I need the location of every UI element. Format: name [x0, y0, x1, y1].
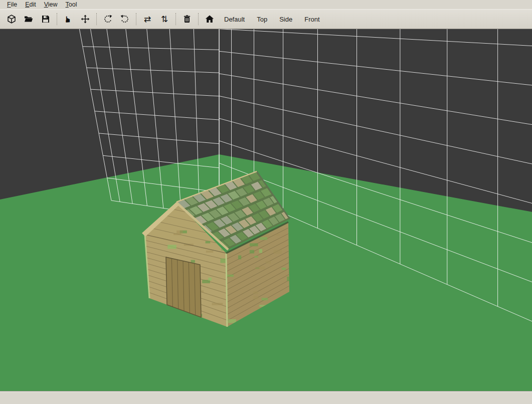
toolbar-separator — [198, 13, 199, 25]
menu-item-view[interactable]: View — [40, 1, 62, 9]
status-bar — [0, 391, 532, 404]
home-view-button[interactable] — [202, 12, 217, 27]
view-default-button[interactable]: Default — [219, 12, 250, 27]
floppy-disk-icon — [41, 14, 51, 24]
menu-item-tool[interactable]: Tool — [62, 1, 81, 9]
hand-pointer-icon: ☛ — [64, 15, 73, 23]
move-arrows-icon — [80, 14, 90, 24]
save-button[interactable] — [38, 12, 53, 27]
trash-icon — [182, 14, 192, 24]
delete-button[interactable] — [180, 12, 195, 27]
open-button[interactable] — [21, 12, 36, 27]
cube-icon — [7, 14, 17, 24]
open-folder-icon — [24, 14, 34, 24]
view-top-button[interactable]: Top — [252, 12, 272, 27]
move-button[interactable] — [78, 12, 93, 27]
app-window: File Edit View Tool — [0, 0, 532, 404]
flip-vertical-button[interactable]: ⇅ — [157, 12, 172, 27]
menu-item-edit[interactable]: Edit — [21, 1, 40, 9]
new-model-button[interactable] — [4, 12, 19, 27]
toolbar: ☛ ⇄ ⇅ — [0, 9, 532, 29]
menu-item-file[interactable]: File — [3, 1, 21, 9]
view-front-button[interactable]: Front — [299, 12, 324, 27]
viewport-3d[interactable] — [0, 29, 532, 391]
vertical-arrows-icon: ⇅ — [161, 15, 168, 24]
rotate-cw-button[interactable] — [117, 12, 132, 27]
rotate-ccw-icon — [103, 14, 113, 24]
toolbar-separator — [96, 13, 97, 25]
select-button[interactable]: ☛ — [61, 12, 76, 27]
rotate-ccw-button[interactable] — [100, 12, 115, 27]
home-icon — [205, 14, 215, 24]
horizontal-arrows-icon: ⇄ — [144, 15, 151, 24]
menu-bar: File Edit View Tool — [0, 0, 532, 9]
toolbar-separator — [57, 13, 57, 25]
rotate-cw-icon — [120, 14, 130, 24]
toolbar-separator — [175, 13, 176, 25]
scene-canvas — [0, 29, 532, 391]
toolbar-separator — [136, 13, 136, 25]
flip-horizontal-button[interactable]: ⇄ — [140, 12, 155, 27]
view-side-button[interactable]: Side — [274, 12, 297, 27]
